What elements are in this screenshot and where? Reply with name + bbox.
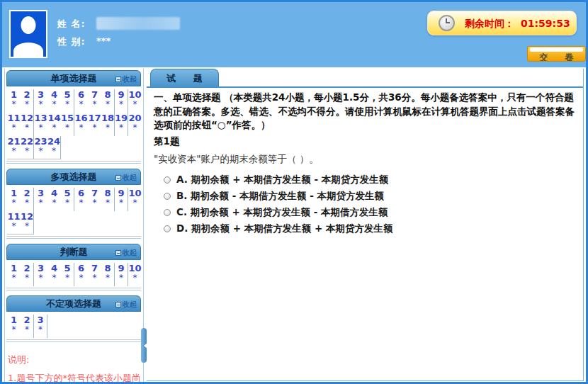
question-section: 单项选择题收起1*2*3*4*5*6*7*8*9*10*11*12*13*14*… [6, 70, 141, 164]
question-number[interactable]: 8* [101, 188, 115, 211]
question-number[interactable]: 1* [7, 263, 21, 286]
question-number[interactable]: 14* [47, 113, 61, 136]
unanswered-mark: * [52, 274, 57, 282]
question-number[interactable]: 2* [21, 89, 34, 113]
collapse-link[interactable]: 收起 [115, 244, 137, 261]
unanswered-mark: * [93, 199, 97, 207]
collapse-link[interactable]: 收起 [115, 71, 137, 87]
tab-underline [147, 86, 583, 88]
collapse-link[interactable]: 收起 [115, 296, 137, 312]
question-number[interactable]: 4* [47, 263, 61, 286]
question-number[interactable]: 2* [21, 263, 34, 286]
question-number[interactable]: 10* [128, 263, 142, 286]
question-number[interactable]: 7* [88, 89, 101, 113]
question-number[interactable]: 7* [88, 188, 101, 211]
question-number[interactable]: 12* [21, 211, 34, 235]
question-number[interactable]: 16* [74, 113, 88, 136]
question-number[interactable]: 2* [21, 188, 34, 211]
unanswered-mark: * [106, 199, 110, 207]
question-number-grid: 1*2*3* [6, 312, 141, 340]
question-number[interactable]: 8* [101, 89, 115, 113]
unanswered-mark: * [119, 274, 123, 282]
unanswered-mark: * [39, 101, 43, 108]
submit-paper-button[interactable]: 交 卷 [527, 46, 586, 62]
question-number[interactable]: 8* [101, 263, 115, 286]
question-number[interactable]: 23* [34, 136, 47, 159]
question-number[interactable]: 20* [128, 113, 142, 136]
question-number[interactable]: 5* [61, 89, 74, 113]
question-number[interactable]: 9* [115, 263, 128, 286]
answer-option[interactable]: D. 期初余额 + 本期借方发生额 + 本期贷方发生额 [164, 221, 580, 237]
question-number[interactable]: 2* [21, 315, 34, 338]
collapse-label: 收起 [123, 300, 137, 310]
unanswered-mark: * [133, 101, 137, 108]
question-number[interactable]: 3* [34, 263, 47, 286]
clock-icon [439, 15, 455, 31]
question-number[interactable]: 6* [74, 89, 88, 113]
question-number[interactable]: 12* [21, 113, 34, 136]
unanswered-mark: * [79, 101, 84, 108]
question-number[interactable]: 11* [7, 211, 21, 235]
unanswered-mark: * [52, 124, 57, 132]
question-number[interactable]: 3* [34, 315, 47, 338]
options-list: A. 期初余额 + 本期借方发生额 - 本期贷方发生额B. 期初余额 - 本期借… [164, 172, 580, 237]
tab-questions[interactable]: 试 题 [150, 69, 219, 86]
radio-icon[interactable] [164, 193, 171, 200]
question-number[interactable]: 1* [7, 188, 21, 211]
collapse-link[interactable]: 收起 [115, 169, 137, 186]
question-number[interactable]: 5* [61, 188, 74, 211]
answer-option-text: D. 期初余额 + 本期借方发生额 + 本期贷方发生额 [176, 222, 392, 235]
question-number[interactable]: 18* [101, 113, 115, 136]
question-number[interactable]: 21* [7, 136, 21, 159]
question-number[interactable]: 1* [7, 315, 21, 338]
question-number-grid: 1*2*3*4*5*6*7*8*9*10* [6, 260, 141, 288]
unanswered-mark: * [79, 124, 84, 132]
question-text: "实收资本"账户的期末余额等于（ ）。 [154, 153, 580, 166]
unanswered-mark: * [93, 101, 97, 108]
remaining-time-box: 剩余时间： 01:59:53 [427, 11, 577, 35]
question-number[interactable]: 11* [7, 113, 21, 136]
question-number[interactable]: 15* [61, 113, 74, 136]
question-number[interactable]: 1* [7, 89, 21, 113]
name-value-redacted [96, 17, 180, 30]
question-number[interactable]: 9* [115, 89, 128, 113]
question-number[interactable]: 4* [47, 89, 61, 113]
unanswered-mark: * [65, 124, 69, 132]
sidebar-collapse-handle[interactable] [141, 328, 147, 363]
section-header: 不定项选择题收起 [6, 295, 141, 312]
question-number[interactable]: 9* [115, 188, 128, 211]
question-number[interactable]: 6* [74, 188, 88, 211]
question-number[interactable]: 24* [47, 136, 61, 159]
minimize-box-icon [115, 302, 121, 307]
question-number[interactable]: 6* [74, 263, 88, 286]
question-number[interactable]: 10* [128, 188, 142, 211]
question-number[interactable]: 10* [128, 89, 142, 113]
question-number[interactable]: 13* [34, 113, 47, 136]
question-number[interactable]: 3* [34, 188, 47, 211]
unanswered-mark: * [12, 101, 16, 108]
answer-option[interactable]: B. 期初余额 - 本期借方发生额 - 本期贷方发生额 [164, 188, 580, 205]
radio-icon[interactable] [164, 209, 171, 216]
unanswered-mark: * [39, 147, 43, 155]
unanswered-mark: * [12, 326, 16, 334]
question-number[interactable]: 3* [34, 89, 47, 113]
answer-option[interactable]: C. 期初余额 + 本期贷方发生额 - 本期借方发生额 [164, 205, 580, 221]
remaining-time-value: 01:59:53 [521, 18, 570, 30]
minimize-box-icon [115, 250, 121, 256]
question-number[interactable]: 19* [115, 113, 128, 136]
answer-option-text: B. 期初余额 - 本期借方发生额 - 本期贷方发生额 [176, 190, 384, 203]
question-number[interactable]: 22* [21, 136, 34, 159]
unanswered-mark: * [79, 274, 84, 282]
unanswered-mark: * [12, 199, 16, 207]
unanswered-mark: * [65, 101, 69, 108]
question-number[interactable]: 4* [47, 188, 61, 211]
radio-icon[interactable] [164, 225, 171, 232]
collapse-label: 收起 [123, 74, 137, 84]
remaining-time-label: 剩余时间： [465, 18, 514, 30]
radio-icon[interactable] [164, 176, 171, 183]
question-number[interactable]: 17* [88, 113, 101, 136]
legend-notes: 说明:1.题号下方的*符号代表该小题尚未选择答案!2.题号下方的?符号代表该小题… [6, 351, 141, 382]
question-number[interactable]: 5* [61, 263, 74, 286]
answer-option[interactable]: A. 期初余额 + 本期借方发生额 - 本期贷方发生额 [164, 172, 580, 188]
question-number[interactable]: 7* [88, 263, 101, 286]
